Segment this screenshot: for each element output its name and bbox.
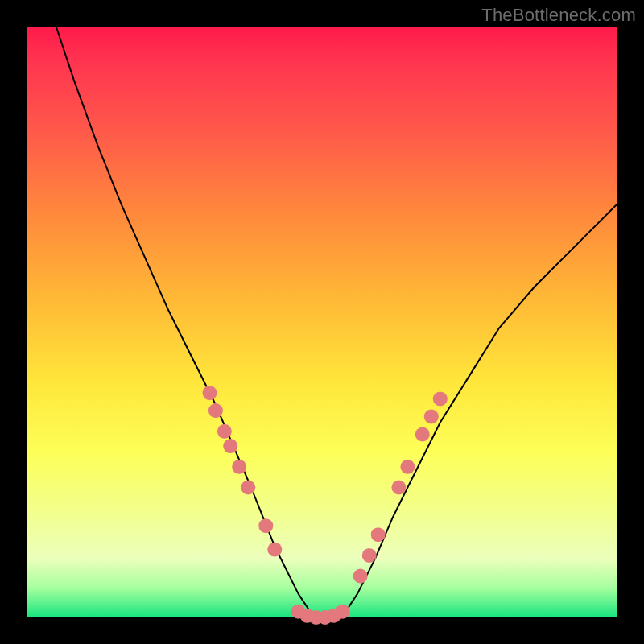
marker-dot — [362, 548, 377, 563]
marker-dot — [232, 460, 246, 474]
marker-dot — [400, 460, 415, 474]
marker-dot — [267, 543, 282, 557]
marker-dot — [371, 527, 386, 542]
marker-dot — [336, 605, 350, 619]
marker-dot — [424, 409, 439, 423]
marker-dot — [241, 481, 255, 495]
bottleneck-chart — [27, 27, 617, 617]
marker-dot — [258, 518, 273, 533]
marker-dot — [353, 569, 368, 584]
watermark-text: TheBottleneck.com — [481, 5, 636, 26]
chart-stage: TheBottleneck.com — [0, 0, 644, 644]
marker-dot — [415, 427, 430, 442]
marker-dot — [217, 424, 232, 439]
plot-area — [27, 27, 617, 617]
marker-dot — [433, 391, 448, 406]
marker-dot — [223, 439, 237, 453]
marker-dot — [391, 481, 406, 495]
curve-bottleneck-curve — [56, 27, 617, 617]
marker-dot — [208, 403, 223, 418]
marker-dot — [203, 386, 217, 400]
